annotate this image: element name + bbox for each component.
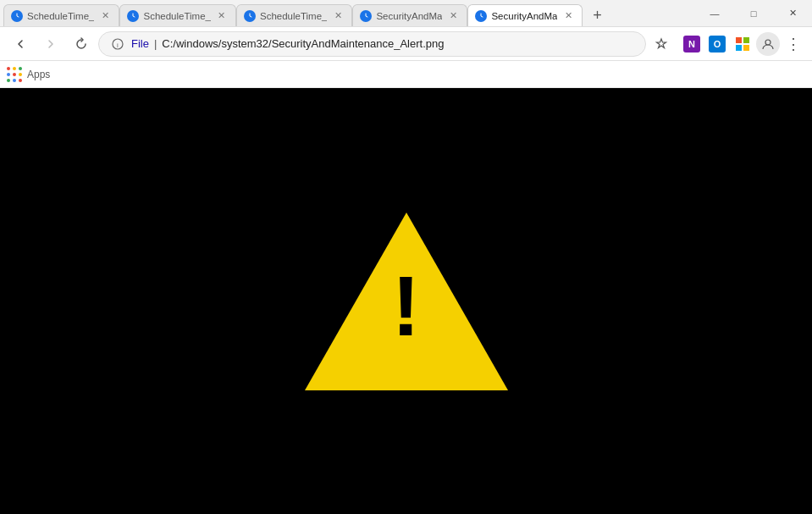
tab-title-4: SecurityAndMa	[376, 11, 442, 21]
close-button[interactable]: ✕	[773, 0, 812, 27]
address-bar[interactable]: i File | C:/windows/system32/SecurityAnd…	[98, 31, 646, 57]
svg-rect-8	[743, 37, 749, 43]
tab-5[interactable]: SecurityAndMa ✕	[467, 4, 583, 26]
outlook-icon: O	[709, 36, 726, 53]
window-controls: — □ ✕	[695, 0, 812, 27]
more-button[interactable]: ⋮	[782, 32, 805, 56]
back-button[interactable]	[7, 30, 34, 58]
tab-favicon-2	[127, 10, 139, 22]
minimize-button[interactable]: —	[695, 0, 734, 27]
svg-point-11	[765, 40, 771, 45]
profile-icon	[761, 37, 775, 51]
tab-close-3[interactable]: ✕	[331, 9, 345, 23]
svg-text:i: i	[117, 41, 119, 49]
tab-1[interactable]: ScheduleTime_ ✕	[3, 4, 119, 26]
onenote-button[interactable]: N	[680, 32, 704, 56]
tab-4[interactable]: SecurityAndMa ✕	[352, 4, 467, 26]
svg-rect-9	[736, 45, 742, 51]
tab-title-3: ScheduleTime_	[260, 11, 327, 21]
appsbar: Apps	[0, 61, 812, 88]
tab-favicon-4	[360, 10, 372, 22]
svg-rect-10	[743, 45, 749, 51]
tab-close-4[interactable]: ✕	[446, 9, 460, 23]
apps-grid-icon	[7, 67, 22, 82]
tab-3[interactable]: ScheduleTime_ ✕	[236, 4, 352, 26]
warning-triangle: !	[305, 213, 508, 390]
forward-button[interactable]	[37, 30, 64, 58]
new-tab-button[interactable]: +	[586, 4, 608, 26]
onenote-icon: N	[683, 36, 700, 53]
toolbar-icons: N O ⋮	[680, 32, 805, 56]
address-separator: |	[154, 37, 157, 50]
tab-close-1[interactable]: ✕	[98, 9, 112, 23]
tab-favicon-5	[475, 10, 487, 22]
tab-title-2: ScheduleTime_	[143, 11, 210, 21]
tabs-area: ScheduleTime_ ✕ ScheduleTime_ ✕ Schedule…	[0, 0, 695, 26]
more-icon: ⋮	[786, 36, 801, 52]
outlook-button[interactable]: O	[705, 32, 729, 56]
tab-title-5: SecurityAndMa	[491, 11, 557, 21]
security-icon: i	[109, 36, 126, 53]
svg-rect-7	[736, 37, 742, 43]
tab-title-1: ScheduleTime_	[27, 11, 94, 21]
windows-icon	[734, 36, 751, 53]
warning-exclamation: !	[388, 263, 425, 348]
tab-favicon-3	[244, 10, 256, 22]
restore-button[interactable]: □	[734, 0, 773, 27]
tab-close-2[interactable]: ✕	[215, 9, 229, 23]
warning-container: !	[305, 213, 508, 390]
apps-label: Apps	[27, 69, 50, 80]
tab-close-5[interactable]: ✕	[561, 9, 575, 23]
bookmark-button[interactable]	[649, 32, 673, 56]
windows-button[interactable]	[731, 32, 754, 56]
file-protocol-label: File	[131, 37, 149, 50]
tab-favicon-1	[11, 10, 23, 22]
navbar: i File | C:/windows/system32/SecurityAnd…	[0, 27, 812, 61]
titlebar: ScheduleTime_ ✕ ScheduleTime_ ✕ Schedule…	[0, 0, 812, 27]
tab-2[interactable]: ScheduleTime_ ✕	[119, 4, 235, 26]
profile-button[interactable]	[756, 32, 780, 56]
address-text: C:/windows/system32/SecurityAndMaintenan…	[162, 37, 635, 50]
reload-button[interactable]	[68, 30, 95, 58]
main-content: !	[0, 88, 812, 514]
